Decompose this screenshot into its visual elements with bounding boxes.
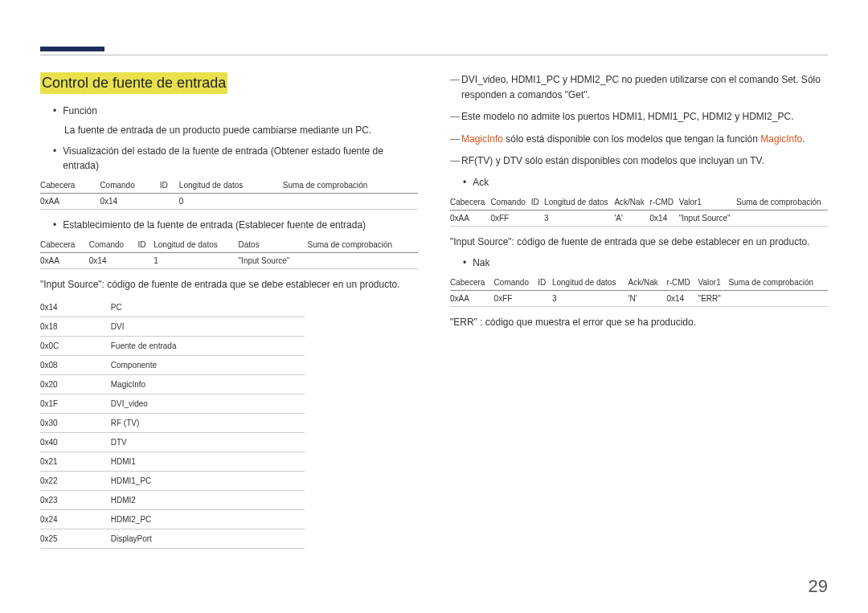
section-title: Control de fuente de entrada	[40, 72, 227, 94]
nak-table: Cabecera Comando ID Longitud de datos Ac…	[450, 275, 828, 307]
td: PC	[111, 298, 305, 317]
bullet-label: Visualización del estado de la fuente de…	[63, 144, 418, 173]
td: MagicInfo	[111, 375, 305, 394]
td: 0x20	[40, 375, 111, 394]
td: DVI	[111, 317, 305, 337]
td: HDMI2_PC	[111, 510, 305, 529]
bullet-icon	[53, 218, 56, 232]
td: 0x40	[40, 433, 111, 452]
th: Cabecera	[450, 194, 490, 210]
table-row: 0x14PC	[40, 298, 305, 317]
td: 0x14	[40, 298, 111, 317]
table-row: 0x21HDMI1	[40, 452, 305, 472]
td: 0x1F	[40, 394, 111, 414]
bullet-icon	[53, 104, 56, 118]
input-source-note: "Input Source": código de fuente de entr…	[40, 277, 418, 292]
td: 0x0C	[40, 337, 111, 356]
note-dvi-video: DVI_video, HDMI1_PC y HDMI2_PC no pueden…	[450, 72, 828, 103]
td: HDMI1_PC	[111, 472, 305, 491]
th: ID	[160, 178, 179, 194]
td: 0x14	[650, 210, 679, 226]
th: ID	[538, 275, 552, 291]
bullet-icon	[463, 175, 466, 190]
table-row: 0x40DTV	[40, 433, 305, 452]
page-number: 29	[809, 576, 828, 597]
note-model-hdmi: Este modelo no admite los puertos HDMI1,…	[450, 109, 828, 125]
td: 0x14	[100, 194, 159, 210]
th: Suma de comprobación	[736, 194, 828, 210]
td: DTV	[111, 433, 305, 452]
td: HDMI1	[111, 452, 305, 472]
left-column: Control de fuente de entrada Función La …	[40, 72, 418, 557]
th: Comando	[89, 237, 138, 253]
td: Fuente de entrada	[111, 337, 305, 356]
td: HDMI2	[111, 491, 305, 510]
magicinfo-highlight: MagicInfo	[760, 133, 802, 145]
th: Valor1	[698, 275, 729, 291]
text: .	[802, 133, 805, 145]
td: 0x08	[40, 356, 111, 375]
th: Longitud de datos	[179, 178, 283, 194]
td: 0x23	[40, 491, 111, 510]
table-row: 0x22HDMI1_PC	[40, 472, 305, 491]
page-content: Control de fuente de entrada Función La …	[0, 0, 868, 581]
header-rule	[40, 55, 828, 55]
th: Suma de comprobación	[308, 237, 418, 253]
bullet-label: Establecimiento de la fuente de entrada …	[63, 218, 418, 232]
bullet-ack: Ack	[463, 175, 828, 190]
bullet-vis-status: Visualización del estado de la fuente de…	[53, 144, 418, 173]
td: Componente	[111, 356, 305, 375]
table-row: 0x18DVI	[40, 317, 305, 337]
note-rftv: RF(TV) y DTV sólo están disponibles con …	[450, 153, 828, 169]
bullet-label: Función	[63, 104, 418, 118]
bullet-label: Nak	[473, 255, 828, 270]
td: 1	[154, 253, 238, 269]
table-row: 0x30RF (TV)	[40, 414, 305, 433]
td: 0xFF	[494, 290, 538, 306]
th: Suma de comprobación	[283, 178, 418, 194]
td: 0xAA	[450, 210, 490, 226]
th: Suma de comprobación	[728, 275, 828, 291]
bullet-set-source: Establecimiento de la fuente de entrada …	[53, 218, 418, 232]
td: "Input Source"	[679, 210, 736, 226]
table-get-state: Cabecera Comando ID Longitud de datos Su…	[40, 178, 418, 210]
th: Comando	[490, 194, 530, 210]
td: 0x21	[40, 452, 111, 472]
td: 0	[179, 194, 283, 210]
bullet-icon	[463, 255, 466, 270]
th: Cabecera	[450, 275, 494, 291]
th: ID	[531, 194, 544, 210]
td: DisplayPort	[111, 529, 305, 549]
td	[531, 210, 544, 226]
header-accent-bar	[40, 47, 104, 51]
td: "Input Source"	[239, 253, 308, 269]
td: 3	[552, 290, 628, 306]
note-magicinfo: MagicInfo sólo está disponible con los m…	[450, 132, 828, 147]
td: 0xAA	[40, 194, 100, 210]
table-row: 0x23HDMI2	[40, 491, 305, 510]
func-description: La fuente de entrada de un producto pued…	[64, 123, 418, 137]
table-row: 0x08Componente	[40, 356, 305, 375]
td: 0x14	[666, 290, 698, 306]
th: Datos	[239, 237, 308, 253]
right-column: DVI_video, HDMI1_PC y HDMI2_PC no pueden…	[450, 72, 828, 557]
bullet-funcion: Función	[53, 104, 418, 118]
th: Comando	[494, 275, 538, 291]
td	[138, 253, 154, 269]
th: Ack/Nak	[628, 275, 667, 291]
td: 0xAA	[450, 290, 494, 306]
th: Longitud de datos	[544, 194, 614, 210]
table-row: 0x25DisplayPort	[40, 529, 305, 549]
td: 0x18	[40, 317, 111, 337]
td	[283, 194, 418, 210]
td: 0x22	[40, 472, 111, 491]
td: 3	[544, 210, 614, 226]
td: "ERR"	[698, 290, 729, 306]
text: sólo está disponible con los modelos que…	[503, 133, 760, 145]
td: 0x30	[40, 414, 111, 433]
ack-table: Cabecera Comando ID Longitud de datos Ac…	[450, 194, 828, 227]
td	[736, 210, 828, 226]
table-row: 0x1FDVI_video	[40, 394, 305, 414]
magicinfo-highlight: MagicInfo	[461, 133, 503, 145]
td: 0x25	[40, 529, 111, 549]
